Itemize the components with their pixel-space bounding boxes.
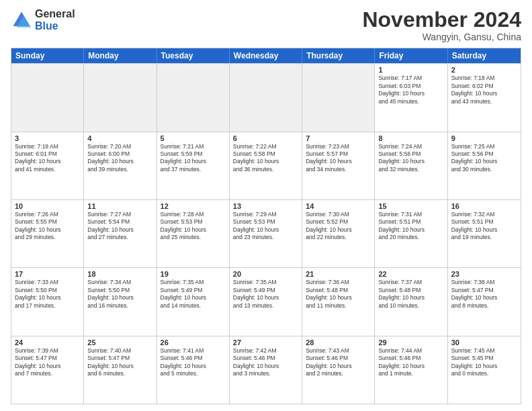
day-info: Sunrise: 7:22 AM Sunset: 5:58 PM Dayligh…: [233, 143, 298, 174]
day-info: Sunrise: 7:24 AM Sunset: 5:56 PM Dayligh…: [378, 143, 443, 174]
calendar-header-cell: Wednesday: [230, 48, 302, 63]
calendar: SundayMondayTuesdayWednesdayThursdayFrid…: [11, 48, 521, 404]
calendar-cell: 18Sunrise: 7:34 AM Sunset: 5:50 PM Dayli…: [84, 268, 157, 335]
month-title: November 2024: [362, 8, 521, 32]
day-info: Sunrise: 7:19 AM Sunset: 6:01 PM Dayligh…: [15, 143, 80, 174]
calendar-cell: 22Sunrise: 7:37 AM Sunset: 5:48 PM Dayli…: [375, 268, 447, 335]
title-block: November 2024 Wangyin, Gansu, China: [362, 8, 521, 42]
calendar-cell: 3Sunrise: 7:19 AM Sunset: 6:01 PM Daylig…: [11, 132, 84, 199]
calendar-cell: 14Sunrise: 7:30 AM Sunset: 5:52 PM Dayli…: [302, 200, 375, 267]
calendar-header-cell: Saturday: [448, 48, 521, 63]
calendar-cell: 1Sunrise: 7:17 AM Sunset: 6:03 PM Daylig…: [375, 64, 447, 131]
day-info: Sunrise: 7:17 AM Sunset: 6:03 PM Dayligh…: [378, 75, 443, 105]
day-number: 22: [378, 270, 443, 278]
logo-general-text: General: [35, 8, 75, 20]
day-info: Sunrise: 7:43 AM Sunset: 5:46 PM Dayligh…: [306, 347, 371, 378]
calendar-cell: 2Sunrise: 7:18 AM Sunset: 6:02 PM Daylig…: [448, 64, 521, 131]
day-info: Sunrise: 7:18 AM Sunset: 6:02 PM Dayligh…: [451, 75, 517, 105]
day-number: 17: [15, 270, 80, 278]
day-number: 24: [15, 338, 80, 347]
day-info: Sunrise: 7:25 AM Sunset: 5:56 PM Dayligh…: [451, 143, 517, 174]
location: Wangyin, Gansu, China: [362, 32, 521, 42]
calendar-cell: [11, 64, 84, 131]
day-number: 21: [306, 270, 371, 278]
calendar-cell: 6Sunrise: 7:22 AM Sunset: 5:58 PM Daylig…: [230, 132, 302, 199]
day-number: 20: [233, 270, 298, 278]
day-number: 13: [233, 202, 298, 210]
calendar-cell: 25Sunrise: 7:40 AM Sunset: 5:47 PM Dayli…: [84, 336, 157, 404]
day-number: 28: [306, 338, 371, 347]
day-number: 8: [378, 134, 443, 142]
calendar-cell: 17Sunrise: 7:33 AM Sunset: 5:50 PM Dayli…: [11, 268, 84, 335]
day-number: 14: [306, 202, 371, 210]
calendar-cell: 7Sunrise: 7:23 AM Sunset: 5:57 PM Daylig…: [302, 132, 375, 199]
day-info: Sunrise: 7:33 AM Sunset: 5:50 PM Dayligh…: [15, 279, 80, 310]
calendar-cell: 16Sunrise: 7:32 AM Sunset: 5:51 PM Dayli…: [448, 200, 521, 267]
calendar-cell: 26Sunrise: 7:41 AM Sunset: 5:46 PM Dayli…: [157, 336, 230, 404]
calendar-cell: 27Sunrise: 7:42 AM Sunset: 5:46 PM Dayli…: [230, 336, 302, 404]
day-info: Sunrise: 7:31 AM Sunset: 5:51 PM Dayligh…: [378, 211, 443, 242]
day-number: 26: [161, 338, 226, 347]
day-number: 11: [87, 202, 152, 210]
calendar-cell: 23Sunrise: 7:38 AM Sunset: 5:47 PM Dayli…: [448, 268, 521, 335]
logo-icon: [11, 9, 32, 31]
day-number: 1: [378, 66, 443, 74]
logo-text: General Blue: [35, 8, 75, 32]
day-number: 7: [306, 134, 371, 142]
logo-blue-text: Blue: [35, 20, 75, 32]
calendar-cell: 5Sunrise: 7:21 AM Sunset: 5:59 PM Daylig…: [157, 132, 230, 199]
day-number: 9: [451, 134, 517, 142]
day-info: Sunrise: 7:36 AM Sunset: 5:48 PM Dayligh…: [306, 279, 371, 310]
calendar-cell: 10Sunrise: 7:26 AM Sunset: 5:55 PM Dayli…: [11, 200, 84, 267]
calendar-cell: 24Sunrise: 7:39 AM Sunset: 5:47 PM Dayli…: [11, 336, 84, 404]
calendar-week-row: 3Sunrise: 7:19 AM Sunset: 6:01 PM Daylig…: [11, 132, 521, 199]
calendar-page: General Blue November 2024 Wangyin, Gans…: [0, 0, 532, 411]
day-info: Sunrise: 7:27 AM Sunset: 5:54 PM Dayligh…: [87, 211, 152, 242]
header: General Blue November 2024 Wangyin, Gans…: [11, 8, 521, 42]
day-number: 6: [233, 134, 298, 142]
calendar-cell: 28Sunrise: 7:43 AM Sunset: 5:46 PM Dayli…: [302, 336, 375, 404]
calendar-body: 1Sunrise: 7:17 AM Sunset: 6:03 PM Daylig…: [11, 63, 521, 404]
calendar-cell: [157, 64, 230, 131]
calendar-week-row: 24Sunrise: 7:39 AM Sunset: 5:47 PM Dayli…: [11, 336, 521, 404]
calendar-cell: 30Sunrise: 7:45 AM Sunset: 5:45 PM Dayli…: [448, 336, 521, 404]
day-info: Sunrise: 7:37 AM Sunset: 5:48 PM Dayligh…: [378, 279, 443, 310]
day-info: Sunrise: 7:20 AM Sunset: 6:00 PM Dayligh…: [87, 143, 152, 174]
day-number: 23: [451, 270, 517, 278]
day-number: 29: [378, 338, 443, 347]
calendar-header-cell: Thursday: [302, 48, 375, 63]
calendar-header-cell: Monday: [84, 48, 157, 63]
day-info: Sunrise: 7:42 AM Sunset: 5:46 PM Dayligh…: [233, 347, 298, 378]
calendar-week-row: 17Sunrise: 7:33 AM Sunset: 5:50 PM Dayli…: [11, 267, 521, 335]
calendar-cell: 21Sunrise: 7:36 AM Sunset: 5:48 PM Dayli…: [302, 268, 375, 335]
calendar-header-cell: Friday: [375, 48, 447, 63]
day-number: 5: [161, 134, 226, 142]
calendar-cell: 13Sunrise: 7:29 AM Sunset: 5:53 PM Dayli…: [230, 200, 302, 267]
calendar-header-row: SundayMondayTuesdayWednesdayThursdayFrid…: [11, 48, 521, 63]
day-info: Sunrise: 7:32 AM Sunset: 5:51 PM Dayligh…: [451, 211, 517, 242]
calendar-cell: 8Sunrise: 7:24 AM Sunset: 5:56 PM Daylig…: [375, 132, 447, 199]
calendar-week-row: 10Sunrise: 7:26 AM Sunset: 5:55 PM Dayli…: [11, 199, 521, 267]
calendar-cell: 15Sunrise: 7:31 AM Sunset: 5:51 PM Dayli…: [375, 200, 447, 267]
calendar-cell: 20Sunrise: 7:35 AM Sunset: 5:49 PM Dayli…: [230, 268, 302, 335]
day-number: 2: [451, 66, 517, 74]
day-info: Sunrise: 7:45 AM Sunset: 5:45 PM Dayligh…: [451, 347, 517, 378]
day-number: 15: [378, 202, 443, 210]
day-number: 12: [161, 202, 226, 210]
day-number: 18: [87, 270, 152, 278]
calendar-cell: [302, 64, 375, 131]
calendar-header-cell: Tuesday: [157, 48, 230, 63]
calendar-cell: 9Sunrise: 7:25 AM Sunset: 5:56 PM Daylig…: [448, 132, 521, 199]
calendar-cell: [230, 64, 302, 131]
day-info: Sunrise: 7:41 AM Sunset: 5:46 PM Dayligh…: [161, 347, 226, 378]
day-info: Sunrise: 7:35 AM Sunset: 5:49 PM Dayligh…: [233, 279, 298, 310]
calendar-week-row: 1Sunrise: 7:17 AM Sunset: 6:03 PM Daylig…: [11, 63, 521, 131]
calendar-header-cell: Sunday: [11, 48, 84, 63]
calendar-cell: 19Sunrise: 7:35 AM Sunset: 5:49 PM Dayli…: [157, 268, 230, 335]
calendar-cell: 29Sunrise: 7:44 AM Sunset: 5:46 PM Dayli…: [375, 336, 447, 404]
day-info: Sunrise: 7:21 AM Sunset: 5:59 PM Dayligh…: [161, 143, 226, 174]
day-info: Sunrise: 7:34 AM Sunset: 5:50 PM Dayligh…: [87, 279, 152, 310]
day-number: 16: [451, 202, 517, 210]
day-info: Sunrise: 7:29 AM Sunset: 5:53 PM Dayligh…: [233, 211, 298, 242]
day-info: Sunrise: 7:35 AM Sunset: 5:49 PM Dayligh…: [161, 279, 226, 310]
